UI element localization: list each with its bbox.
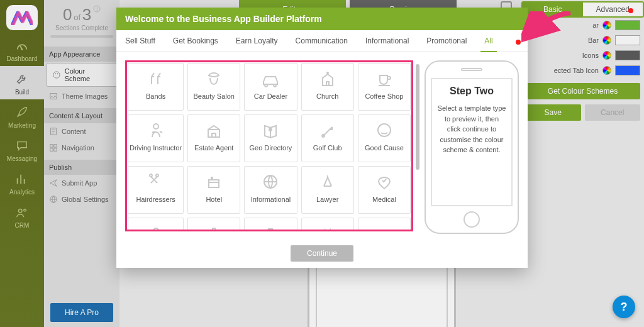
template-tile[interactable]: Driving Instructor [128,114,184,162]
template-icon [360,170,409,193]
template-tile[interactable] [128,218,184,231]
template-label: Golf Club [303,144,352,152]
template-icon [130,170,182,193]
svg-point-18 [378,124,391,136]
svg-rect-22 [209,230,218,231]
tab-sell-stuff[interactable]: Sell Stuff [116,30,164,52]
template-grid: BandsBeauty SalonCar DealerChurchCoffee … [125,60,413,231]
template-label: Informational [246,196,295,203]
template-tile[interactable]: Bands [128,63,184,111]
tab-communication[interactable]: Communication [287,30,357,52]
template-icon [303,119,352,141]
tab-earn-loyalty[interactable]: Earn Loyalty [227,30,287,52]
template-tile[interactable]: Car Dealer [244,63,297,111]
template-label: Driving Instructor [130,144,182,152]
template-icon [360,222,409,231]
template-label: Good Cause [360,144,409,152]
tab-get-bookings[interactable]: Get Bookings [164,30,227,52]
template-icon [246,119,295,141]
continue-button[interactable]: Continue [291,245,353,262]
template-tile[interactable] [358,218,411,231]
svg-point-15 [153,124,158,129]
template-icon [360,119,409,141]
template-label: Estate Agent [189,144,238,152]
tab-informational[interactable]: Informational [357,30,418,52]
template-tile[interactable]: Medical [358,166,411,214]
help-fab[interactable]: ? [613,296,635,318]
tab-all[interactable]: All [475,30,501,52]
template-tile[interactable]: a [187,218,240,231]
template-label: Bands [130,92,182,100]
template-tile[interactable]: Golf Club [301,114,354,162]
template-tile[interactable]: Good Cause [358,114,411,162]
template-label: Hotel [189,196,238,203]
template-label: Lawyer [303,196,352,203]
template-category-tabs: Sell Stuff Get Bookings Earn Loyalty Com… [116,30,528,52]
template-label: Hairdressers [130,196,182,203]
annotation-dot [628,8,633,13]
step-body: Select a template type to preview it, th… [437,103,506,155]
template-tile[interactable]: Estate Agent [187,114,240,162]
template-tile[interactable]: Informational [244,166,297,214]
template-icon: a [189,222,238,231]
template-tile[interactable]: Hairdressers [128,166,184,214]
grid-scrollbar[interactable] [416,64,419,170]
template-tile[interactable]: Beauty Salon [187,63,240,111]
template-icon [360,67,409,90]
svg-point-21 [153,228,158,231]
template-icon [189,67,238,90]
template-tile[interactable]: Hotel [187,166,240,214]
template-icon [130,119,182,141]
template-tile[interactable]: Coffee Shop [358,63,411,111]
template-label: Beauty Salon [189,92,238,100]
step-phone-preview: Step Two Select a template type to previ… [425,60,519,234]
template-tile[interactable] [301,218,354,231]
svg-rect-19 [209,180,219,187]
template-label: Geo Directory [246,144,295,152]
template-label: Church [303,92,352,100]
template-icon [130,67,182,90]
template-label: Car Dealer [246,92,295,100]
template-icon [303,67,352,90]
template-tile[interactable]: Lawyer [301,166,354,214]
template-icon [130,222,182,231]
template-icon [246,170,295,193]
annotation-dot [516,40,521,45]
template-icon [303,170,352,193]
template-label: Coffee Shop [360,92,409,100]
template-icon [303,222,352,231]
onboarding-modal: Welcome to the Business App Builder Plat… [116,8,528,268]
template-icon [189,170,238,193]
step-title: Step Two [437,86,506,97]
template-icon [189,119,238,141]
template-tile[interactable]: Geo Directory [244,114,297,162]
modal-title: Welcome to the Business App Builder Plat… [116,8,528,30]
template-icon [246,222,295,231]
template-label: Medical [360,196,409,203]
tab-promotional[interactable]: Promotional [418,30,475,52]
template-tile[interactable]: Church [301,63,354,111]
template-tile[interactable] [244,218,297,231]
template-icon [246,67,295,90]
